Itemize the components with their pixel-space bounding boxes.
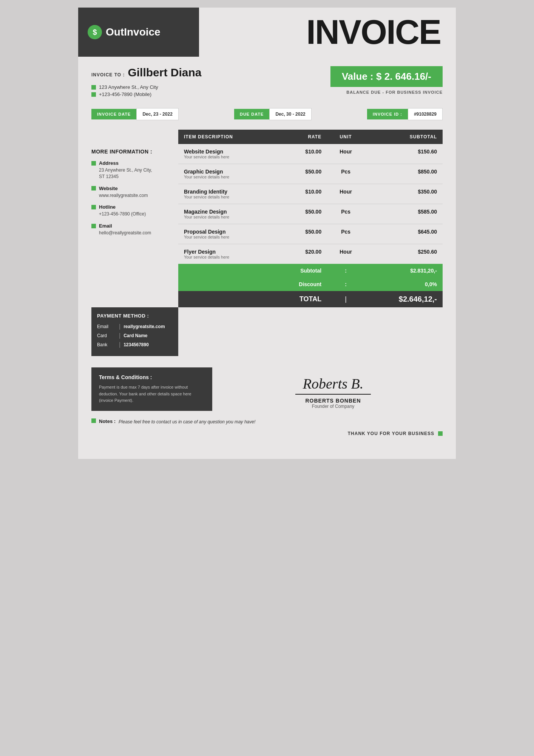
main-content: MORE INFORMATION : Address 23 Anywhere S… [91, 130, 443, 307]
invoice-to-right: Value : $ 2. 646.16/- BALANCE DUE - FOR … [271, 66, 443, 94]
logo-area: $ OutInvoice [78, 8, 199, 57]
item-name: Graphic Design [184, 169, 268, 175]
item-desc: Your service details here [184, 255, 268, 259]
info-item-value: hello@reallygreatsite.com [91, 230, 171, 236]
header-title-area: INVOICE [199, 8, 456, 57]
item-desc: Your service details here [184, 235, 268, 239]
terms-text: Payment is due max 7 days after invoice … [99, 384, 205, 404]
info-item-label: Address [99, 160, 119, 166]
signature-line [295, 394, 371, 395]
due-date-label: DUE DATE [234, 109, 269, 119]
table-header-row: ITEM DESCRIPTION RATE UNIT SUBTOTAL [178, 130, 443, 144]
invoice-table-body: Website Design Your service details here… [178, 144, 443, 264]
logo-dollar: $ [93, 28, 97, 37]
item-name: Proposal Design [184, 229, 268, 235]
footer-top: Terms & Conditions : Payment is due max … [91, 367, 443, 411]
item-desc: Your service details here [184, 175, 268, 179]
payment-key: Email [97, 324, 116, 329]
more-info-panel: MORE INFORMATION : Address 23 Anywhere S… [91, 130, 178, 307]
bullet-icon [91, 224, 96, 228]
invoice-table: ITEM DESCRIPTION RATE UNIT SUBTOTAL Webs… [178, 130, 443, 307]
due-date-value: Dec, 30 - 2022 [269, 108, 311, 120]
invoice-to-label: INVOICE TO : [91, 72, 125, 77]
item-rate: $10.00 [273, 144, 327, 164]
info-item-label: Hotline [99, 204, 116, 210]
item-rate: $50.00 [273, 224, 327, 244]
invoice-phone: +123-456-7890 (Mobile) [91, 91, 263, 97]
due-date-item: DUE DATE Dec, 30 - 2022 [234, 108, 312, 120]
item-rate: $10.00 [273, 184, 327, 204]
balance-due-label: BALANCE DUE - FOR BUSINESS INVOICE [346, 90, 443, 94]
payment-row: Email | reallygreatsite.com [97, 323, 173, 330]
item-subtotal: $645.00 [364, 224, 443, 244]
invoice-address: 123 Anywhere St., Any City [91, 84, 263, 90]
invoice-table-footer: Subtotal : $2.831,20,- Discount : 0,0% T… [178, 264, 443, 307]
item-rate: $50.00 [273, 204, 327, 224]
invoice-page: $ OutInvoice INVOICE INVOICE TO : Gillbe… [78, 8, 456, 459]
invoice-id-value: #91028829 [408, 108, 443, 120]
item-rate: $20.00 [273, 244, 327, 264]
signer-title: Founder of Company [312, 404, 355, 409]
item-name: Website Design [184, 149, 268, 155]
item-subtotal: $585.00 [364, 204, 443, 224]
invoice-id-item: INVOICE ID : #91028829 [367, 108, 443, 120]
item-name: Branding Identity [184, 189, 268, 195]
bullet-icon [91, 186, 96, 191]
info-item-value: www.reallygreatsite.com [91, 192, 171, 199]
item-unit: Hour [327, 244, 364, 264]
info-item-label: Email [99, 223, 112, 229]
invoice-to-left: INVOICE TO : Gillbert Diana 123 Anywhere… [91, 66, 263, 99]
payment-value: 1234567890 [123, 342, 149, 347]
terms-title: Terms & Conditions : [99, 374, 205, 380]
bullet-icon [91, 92, 96, 97]
table-row: Magazine Design Your service details her… [178, 204, 443, 224]
col-subtotal: SUBTOTAL [364, 130, 443, 144]
info-item-value: 23 Anywhere St., Any City,ST 12345 [91, 167, 171, 180]
invoice-to-section: INVOICE TO : Gillbert Diana 123 Anywhere… [78, 57, 456, 104]
invoice-title: INVOICE [306, 15, 441, 49]
item-subtotal: $350.00 [364, 184, 443, 204]
item-name: Magazine Design [184, 209, 268, 215]
payment-divider-line: | [119, 341, 120, 348]
total-row: TOTAL | $2.646,12,- [178, 291, 443, 307]
info-item-label: Website [99, 186, 118, 191]
signer-name: ROBERTS BONBEN [305, 398, 361, 404]
invoice-id-label: INVOICE ID : [367, 109, 408, 119]
item-desc: Your service details here [184, 155, 268, 159]
brand-name: OutInvoice [106, 26, 161, 38]
item-subtotal: $250.60 [364, 244, 443, 264]
payment-row: Bank | 1234567890 [97, 341, 173, 348]
notes-text: Please feel free to contact us in case o… [119, 418, 255, 425]
invoice-date-item: INVOICE DATE Dec, 23 - 2022 [91, 108, 179, 120]
col-rate: RATE [273, 130, 327, 144]
header: $ OutInvoice INVOICE [78, 8, 456, 57]
payment-divider-line: | [119, 332, 120, 339]
invoice-date-label: INVOICE DATE [91, 109, 136, 119]
col-item-description: ITEM DESCRIPTION [178, 130, 273, 144]
table-row: Proposal Design Your service details her… [178, 224, 443, 244]
subtotal-row: Subtotal : $2.831,20,- [178, 264, 443, 277]
table-row: Website Design Your service details here… [178, 144, 443, 164]
bottom-section: PAYMENT METHOD : Email | reallygreatsite… [91, 307, 443, 356]
thank-you-bullet [438, 431, 443, 436]
col-unit: UNIT [327, 130, 364, 144]
info-items: Address 23 Anywhere St., Any City,ST 123… [91, 160, 171, 236]
table-row: Graphic Design Your service details here… [178, 164, 443, 184]
item-desc: Your service details here [184, 215, 268, 219]
info-item: Website www.reallygreatsite.com [91, 186, 171, 199]
notes-label: Notes : [99, 418, 116, 424]
discount-row: Discount : 0,0% [178, 277, 443, 291]
payment-methods: Email | reallygreatsite.com Card | Card … [97, 323, 173, 348]
item-rate: $50.00 [273, 164, 327, 184]
item-unit: Hour [327, 184, 364, 204]
notes-row: Notes : Please feel free to contact us i… [91, 418, 443, 425]
value-badge: Value : $ 2. 646.16/- [330, 66, 443, 87]
payment-key: Card [97, 333, 116, 338]
bullet-icon [91, 161, 96, 166]
info-item-value: +123-456-7890 (Office) [91, 211, 171, 217]
item-subtotal: $150.60 [364, 144, 443, 164]
thank-you-row: THANK YOU FOR YOUR BUSINESS [91, 431, 443, 436]
signature-text: Roberts B. [303, 375, 363, 392]
payment-value: Card Name [123, 333, 147, 338]
thank-you-text: THANK YOU FOR YOUR BUSINESS [348, 431, 434, 436]
